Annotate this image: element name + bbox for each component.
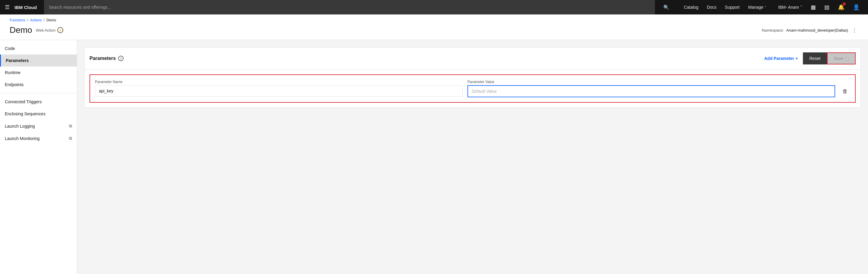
launch-monitoring-external-icon: ⧉ [69, 136, 72, 141]
param-fields: Parameter Name Parameter Value [95, 80, 835, 97]
breadcrumb-functions[interactable]: Functions [10, 18, 25, 22]
save-icon: ⬚ [845, 56, 849, 61]
nav-icons: IBM- Anam ˅ ▦ ▤ 🔔 👤 [775, 0, 863, 14]
reset-button[interactable]: Reset [803, 53, 827, 64]
manage-chevron: ˅ [765, 6, 766, 9]
sidebar-item-code[interactable]: Code [0, 42, 77, 55]
main-content: Parameters i Add Parameter + Reset Save … [77, 40, 868, 274]
breadcrumb: Functions / Actions / Demo [0, 14, 868, 24]
breadcrumb-sep-1: / [27, 18, 28, 22]
save-button[interactable]: Save ⬚ [827, 53, 856, 64]
nav-links: Catalog Docs Support Manage ˅ [680, 0, 770, 14]
parameter-row: Parameter Name Parameter Value 🗑 [90, 74, 856, 103]
breadcrumb-demo: Demo [46, 18, 56, 22]
panel-body: Parameter Name Parameter Value 🗑 [85, 70, 861, 107]
namespace-label: Namespace: [762, 28, 784, 33]
page-header: Demo Web Action ⚡ Namespace: Anam-mahmoo… [0, 24, 868, 40]
param-value-label: Parameter Value [467, 80, 835, 84]
ibm-cloud-logo: IBM Cloud [14, 5, 37, 10]
delete-icon: 🗑 [842, 88, 848, 94]
info-icon[interactable]: i [118, 56, 124, 61]
support-link[interactable]: Support [721, 0, 743, 14]
page-title: Demo [10, 25, 32, 35]
sidebar-divider-1 [0, 93, 77, 93]
sidebar-item-enclosing-sequences[interactable]: Enclosing Sequences [0, 108, 77, 120]
breadcrumb-sep-2: / [44, 18, 44, 22]
manage-link[interactable]: Manage ˅ [744, 0, 770, 14]
panel-title: Parameters [90, 56, 116, 61]
panel-header: Parameters i Add Parameter + Reset Save … [85, 47, 861, 70]
user-chevron-icon: ˅ [800, 5, 802, 10]
sidebar-item-launch-monitoring[interactable]: Launch Monitoring ⧉ [0, 132, 77, 144]
top-navigation: ☰ IBM Cloud 🔍 Catalog Docs Support Manag… [0, 0, 868, 14]
user-profile-icon[interactable]: 👤 [849, 0, 863, 14]
sidebar-item-runtime[interactable]: Runtime [0, 67, 77, 78]
search-icon[interactable]: 🔍 [660, 4, 673, 10]
breadcrumb-actions[interactable]: Actions [30, 18, 41, 22]
notification-bell-icon[interactable]: 🔔 [834, 0, 848, 14]
catalog-link[interactable]: Catalog [680, 0, 702, 14]
menu-icon[interactable]: ☰ [5, 4, 10, 10]
notification-badge [843, 2, 846, 5]
param-value-field: Parameter Value [467, 80, 835, 97]
main-layout: Code Parameters Runtime Endpoints Connec… [0, 40, 868, 274]
page-header-right: Namespace: Anam-mahmood_developer(Dallas… [762, 26, 858, 35]
more-options-icon[interactable]: ⋮ [850, 26, 858, 35]
docs-link[interactable]: Docs [703, 0, 720, 14]
delete-parameter-button[interactable]: 🗑 [840, 86, 850, 97]
search-input[interactable] [44, 0, 655, 14]
param-value-input[interactable] [467, 85, 835, 97]
launch-logging-external-icon: ⧉ [69, 124, 72, 129]
grid-icon-button[interactable]: ▦ [807, 0, 819, 14]
param-name-field: Parameter Name [95, 80, 463, 97]
sidebar: Code Parameters Runtime Endpoints Connec… [0, 40, 77, 274]
parameters-panel: Parameters i Add Parameter + Reset Save … [84, 47, 861, 108]
sidebar-item-parameters[interactable]: Parameters [0, 55, 77, 67]
add-icon: + [795, 56, 798, 61]
page-header-left: Demo Web Action ⚡ [10, 25, 63, 35]
web-action-badge: Web Action ⚡ [36, 27, 64, 33]
param-name-label: Parameter Name [95, 80, 463, 84]
add-parameter-button[interactable]: Add Parameter + [760, 53, 803, 64]
sidebar-item-connected-triggers[interactable]: Connected Triggers [0, 96, 77, 108]
sidebar-item-launch-logging[interactable]: Launch Logging ⧉ [0, 120, 77, 132]
panel-actions: Add Parameter + Reset Save ⬚ [760, 53, 856, 64]
web-action-icon: ⚡ [57, 27, 63, 33]
user-menu[interactable]: IBM- Anam ˅ [775, 0, 806, 14]
table-icon-button[interactable]: ▤ [821, 0, 833, 14]
sidebar-item-endpoints[interactable]: Endpoints [0, 78, 77, 91]
param-name-input[interactable] [95, 85, 463, 97]
panel-title-area: Parameters i [90, 56, 124, 61]
namespace-value: Anam-mahmood_developer(Dallas) [786, 28, 848, 33]
